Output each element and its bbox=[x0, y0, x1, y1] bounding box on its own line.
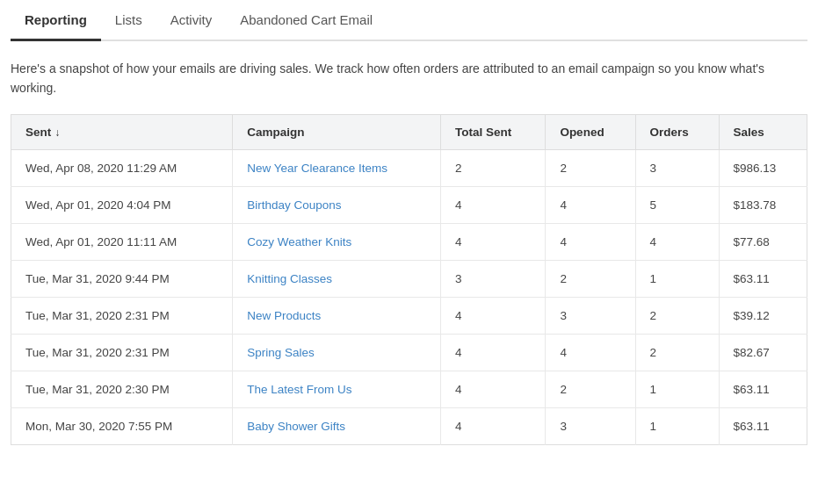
col-header-campaign: Campaign bbox=[233, 114, 441, 149]
cell-sent: Mon, Mar 30, 2020 7:55 PM bbox=[11, 407, 233, 444]
col-header-total_sent: Total Sent bbox=[440, 114, 545, 149]
cell-opened: 4 bbox=[546, 334, 635, 371]
cell-campaign: Birthday Coupons bbox=[233, 186, 441, 223]
campaign-link[interactable]: Birthday Coupons bbox=[247, 198, 341, 212]
campaign-link[interactable]: Baby Shower Gifts bbox=[247, 420, 345, 433]
cell-sent: Wed, Apr 01, 2020 11:11 AM bbox=[11, 223, 233, 260]
description-text: Here's a snapshot of how your emails are… bbox=[11, 59, 807, 98]
tab-abandoned-cart[interactable]: Abandoned Cart Email bbox=[226, 0, 387, 40]
col-header-orders: Orders bbox=[635, 114, 719, 149]
cell-sent: Wed, Apr 01, 2020 4:04 PM bbox=[11, 186, 233, 223]
campaign-link[interactable]: Knitting Classes bbox=[247, 272, 332, 285]
table-row: Mon, Mar 30, 2020 7:55 PMBaby Shower Gif… bbox=[11, 407, 807, 444]
col-header-sent[interactable]: Sent↓ bbox=[11, 114, 233, 149]
cell-orders: 1 bbox=[635, 260, 719, 297]
cell-sent: Tue, Mar 31, 2020 9:44 PM bbox=[11, 260, 233, 297]
cell-opened: 4 bbox=[546, 223, 635, 260]
cell-orders: 4 bbox=[635, 223, 719, 260]
cell-sales: $63.11 bbox=[719, 407, 807, 444]
cell-orders: 5 bbox=[635, 186, 719, 223]
table-row: Wed, Apr 08, 2020 11:29 AMNew Year Clear… bbox=[11, 149, 807, 186]
table-row: Tue, Mar 31, 2020 2:31 PMSpring Sales442… bbox=[11, 334, 807, 371]
cell-campaign: The Latest From Us bbox=[233, 371, 441, 407]
cell-campaign: New Year Clearance Items bbox=[233, 149, 441, 186]
campaign-link[interactable]: Cozy Weather Knits bbox=[247, 235, 351, 248]
col-header-opened: Opened bbox=[546, 114, 635, 149]
cell-total_sent: 4 bbox=[440, 297, 545, 334]
cell-opened: 3 bbox=[546, 407, 635, 444]
sort-arrow-sent: ↓ bbox=[54, 126, 60, 139]
cell-total_sent: 3 bbox=[440, 260, 545, 297]
campaign-link[interactable]: Spring Sales bbox=[247, 346, 315, 359]
cell-sent: Wed, Apr 08, 2020 11:29 AM bbox=[11, 149, 233, 186]
cell-campaign: Cozy Weather Knits bbox=[233, 223, 441, 260]
cell-sales: $82.67 bbox=[719, 334, 807, 371]
cell-opened: 2 bbox=[546, 371, 635, 407]
table-row: Tue, Mar 31, 2020 2:31 PMNew Products432… bbox=[11, 297, 807, 334]
col-header-sales: Sales bbox=[719, 114, 807, 149]
cell-sales: $183.78 bbox=[719, 186, 807, 223]
cell-sent: Tue, Mar 31, 2020 2:31 PM bbox=[11, 334, 233, 371]
cell-opened: 3 bbox=[546, 297, 635, 334]
cell-sales: $63.11 bbox=[719, 371, 807, 407]
cell-total_sent: 4 bbox=[440, 371, 545, 407]
cell-opened: 2 bbox=[546, 149, 635, 186]
table-row: Wed, Apr 01, 2020 11:11 AMCozy Weather K… bbox=[11, 223, 807, 260]
cell-orders: 1 bbox=[635, 407, 719, 444]
table-row: Tue, Mar 31, 2020 9:44 PMKnitting Classe… bbox=[11, 260, 807, 297]
cell-campaign: Spring Sales bbox=[233, 334, 441, 371]
cell-sales: $77.68 bbox=[719, 223, 807, 260]
cell-orders: 2 bbox=[635, 297, 719, 334]
cell-total_sent: 4 bbox=[440, 407, 545, 444]
cell-sent: Tue, Mar 31, 2020 2:31 PM bbox=[11, 297, 233, 334]
cell-orders: 2 bbox=[635, 334, 719, 371]
cell-total_sent: 4 bbox=[440, 186, 545, 223]
cell-sales: $39.12 bbox=[719, 297, 807, 334]
cell-orders: 1 bbox=[635, 371, 719, 407]
cell-opened: 2 bbox=[546, 260, 635, 297]
cell-orders: 3 bbox=[635, 149, 719, 186]
cell-total_sent: 4 bbox=[440, 334, 545, 371]
cell-total_sent: 4 bbox=[440, 223, 545, 260]
cell-sales: $986.13 bbox=[719, 149, 807, 186]
cell-total_sent: 2 bbox=[440, 149, 545, 186]
table-row: Tue, Mar 31, 2020 2:30 PMThe Latest From… bbox=[11, 371, 807, 407]
campaign-link[interactable]: The Latest From Us bbox=[247, 383, 351, 396]
reporting-table: Sent↓CampaignTotal SentOpenedOrdersSales… bbox=[11, 114, 807, 445]
tab-lists[interactable]: Lists bbox=[101, 0, 156, 40]
cell-sent: Tue, Mar 31, 2020 2:30 PM bbox=[11, 371, 233, 407]
cell-campaign: Knitting Classes bbox=[233, 260, 441, 297]
cell-opened: 4 bbox=[546, 186, 635, 223]
cell-campaign: New Products bbox=[233, 297, 441, 334]
tab-reporting[interactable]: Reporting bbox=[11, 0, 101, 40]
tab-activity[interactable]: Activity bbox=[156, 0, 227, 40]
campaign-link[interactable]: New Year Clearance Items bbox=[247, 162, 387, 175]
nav-tabs: ReportingListsActivityAbandoned Cart Ema… bbox=[11, 0, 807, 41]
campaign-link[interactable]: New Products bbox=[247, 309, 321, 322]
cell-sales: $63.11 bbox=[719, 260, 807, 297]
table-row: Wed, Apr 01, 2020 4:04 PMBirthday Coupon… bbox=[11, 186, 807, 223]
cell-campaign: Baby Shower Gifts bbox=[233, 407, 441, 444]
